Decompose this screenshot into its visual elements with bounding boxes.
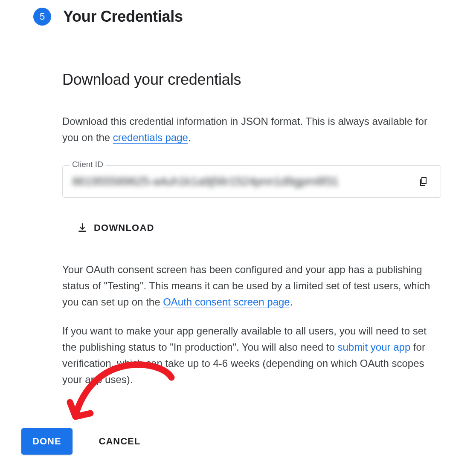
para1-post: . (290, 296, 293, 308)
download-button[interactable]: DOWNLOAD (72, 218, 160, 238)
client-id-value: 861955589625-a4uh1k1a9j56r1524pnn1d9gpm8… (72, 175, 415, 188)
download-icon (77, 222, 88, 233)
copy-button[interactable] (415, 173, 432, 190)
consent-info-paragraph: Your OAuth consent screen has been confi… (62, 262, 441, 310)
action-row: DONE CANCEL (21, 428, 145, 455)
step-title: Your Credentials (63, 8, 183, 26)
oauth-consent-link[interactable]: OAuth consent screen page (163, 296, 290, 308)
content-area: Download your credentials Download this … (0, 26, 476, 388)
done-button[interactable]: DONE (21, 428, 73, 455)
intro-post: . (188, 132, 191, 143)
submit-app-link[interactable]: submit your app (337, 341, 410, 353)
copy-icon (418, 176, 429, 187)
svg-rect-1 (82, 223, 83, 229)
download-label: DOWNLOAD (94, 222, 154, 233)
step-number-badge: 5 (33, 8, 51, 26)
step-number: 5 (40, 11, 45, 22)
section-heading: Download your credentials (62, 71, 441, 89)
publishing-info-paragraph: If you want to make your app generally a… (62, 323, 441, 388)
credentials-page-link[interactable]: credentials page (113, 132, 188, 144)
step-header: 5 Your Credentials (0, 0, 476, 26)
intro-text: Download this credential information in … (62, 113, 441, 146)
cancel-button[interactable]: CANCEL (95, 428, 145, 455)
client-id-label: Client ID (70, 160, 106, 169)
client-id-field: Client ID 861955589625-a4uh1k1a9j56r1524… (62, 165, 441, 198)
svg-rect-0 (78, 231, 86, 232)
